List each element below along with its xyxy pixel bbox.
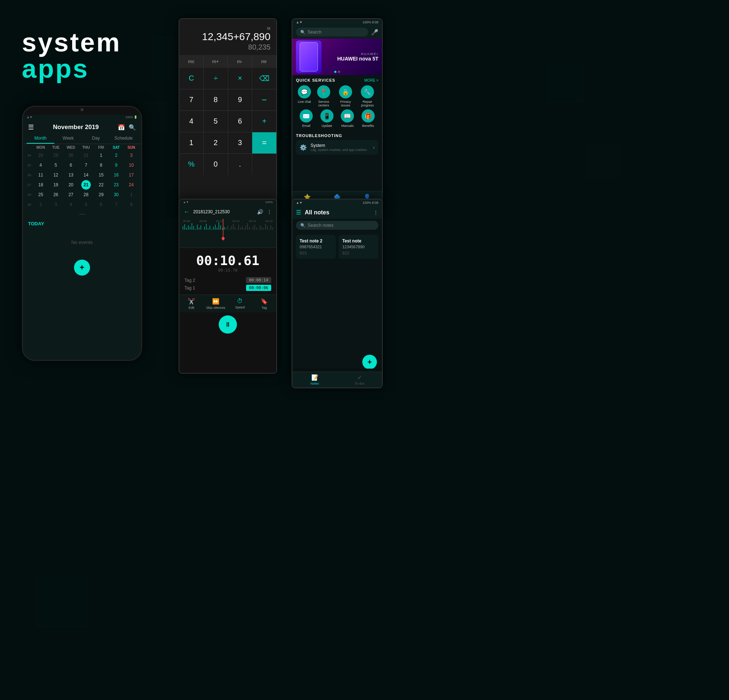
service-benefits[interactable]: 🎁 Benefits — [362, 109, 375, 128]
cal-day[interactable]: 3 — [51, 200, 61, 209]
cal-day[interactable]: 25 — [36, 190, 45, 199]
calc-1-button[interactable]: 1 — [179, 132, 203, 154]
cal-day[interactable]: 30 — [112, 190, 121, 199]
calc-3-button[interactable]: 3 — [228, 132, 252, 154]
cal-day[interactable]: 1 — [126, 190, 136, 199]
cal-day[interactable]: 4 — [36, 160, 45, 170]
calc-backspace-button[interactable]: ⌫ — [252, 68, 276, 89]
note-card-1[interactable]: Test note 2 0987654321 9/15 — [296, 235, 336, 259]
cal-day[interactable]: 27 — [66, 190, 76, 199]
cal-day[interactable]: 1 — [96, 151, 106, 160]
recorder-edit-button[interactable]: ✂️ Edit — [179, 295, 204, 312]
recorder-more-icon[interactable]: ⋮ — [267, 209, 272, 215]
cal-day[interactable]: 5 — [51, 160, 61, 170]
tab-schedule[interactable]: Schedule — [110, 134, 137, 144]
cal-day[interactable]: 6 — [96, 200, 106, 209]
calc-plus-button[interactable]: + — [252, 111, 276, 132]
calc-mc-button[interactable]: mc — [179, 55, 204, 68]
cal-day[interactable]: 5 — [81, 200, 91, 209]
cal-menu-icon[interactable]: ☰ — [28, 123, 34, 131]
calc-percent-button[interactable]: % — [179, 154, 203, 175]
service-update[interactable]: 📱 Update — [320, 109, 334, 128]
calc-mplus-button[interactable]: m+ — [204, 55, 228, 68]
cal-day[interactable]: 10 — [126, 160, 136, 170]
cal-day[interactable]: 24 — [126, 180, 136, 190]
cal-day[interactable]: 23 — [112, 180, 121, 190]
service-live-chat[interactable]: 💬 Live chat — [298, 85, 311, 107]
tab-day[interactable]: Day — [82, 134, 110, 144]
cal-day[interactable]: 6 — [66, 160, 76, 170]
cal-day[interactable]: 17 — [126, 170, 136, 180]
recorder-pause-button[interactable]: ⏸ — [219, 315, 237, 334]
note-card-2[interactable]: Test note 1234567890 8/22 — [338, 235, 378, 259]
service-repair-progress[interactable]: 🔧 Repair progress — [358, 85, 376, 107]
calc-multiply-button[interactable]: × — [228, 68, 252, 89]
cal-day[interactable]: 11 — [36, 170, 45, 180]
calc-dot-button[interactable]: . — [228, 154, 252, 175]
service-privacy-issues[interactable]: 🔒 Privacy issues — [337, 85, 355, 107]
calc-clear-button[interactable]: C — [179, 68, 203, 89]
nav-notes[interactable]: 📝 Notes — [292, 372, 337, 388]
cal-day[interactable]: 28 — [81, 190, 91, 199]
add-note-button[interactable]: + — [362, 355, 377, 369]
cal-day[interactable]: 26 — [51, 190, 61, 199]
cal-day[interactable]: 12 — [51, 170, 61, 180]
cal-day[interactable]: 13 — [66, 170, 76, 180]
cal-day[interactable]: 9 — [112, 160, 121, 170]
recorder-speed-button[interactable]: ⏱ Speed — [228, 295, 252, 312]
today-button[interactable]: TODAY — [23, 219, 141, 229]
service-manuals[interactable]: 📖 Manuals — [341, 109, 354, 128]
system-trouble-item[interactable]: ⚙️ System Lag, system crashes, and app c… — [296, 140, 378, 155]
notes-more-icon[interactable]: ⋮ — [373, 210, 378, 215]
calc-mminus-button[interactable]: m- — [228, 55, 252, 68]
cal-day[interactable]: 14 — [81, 170, 91, 180]
notes-menu-icon[interactable]: ☰ — [296, 209, 301, 216]
calc-7-button[interactable]: 7 — [179, 89, 203, 110]
cal-today-icon[interactable]: 📅 — [118, 124, 125, 131]
calc-6-button[interactable]: 6 — [228, 111, 252, 132]
calc-equals-button[interactable]: = — [252, 132, 276, 154]
calc-0-button[interactable]: 0 — [204, 154, 228, 175]
recorder-tag-button[interactable]: 🔖 Tag — [252, 295, 277, 312]
cal-search-icon[interactable]: 🔍 — [129, 124, 136, 131]
cal-day[interactable]: 31 — [81, 151, 91, 160]
cal-day[interactable]: 2 — [112, 151, 121, 160]
cal-day[interactable]: 28 — [36, 151, 45, 160]
recorder-back-button[interactable]: ← — [184, 209, 190, 215]
recorder-skip-silences-button[interactable]: ⏩ Skip silences — [204, 295, 228, 312]
calc-divide-button[interactable]: ÷ — [204, 68, 228, 89]
cal-day[interactable]: 30 — [66, 151, 76, 160]
cal-day[interactable]: 29 — [96, 190, 106, 199]
more-button[interactable]: MORE > — [364, 78, 378, 83]
calc-9-button[interactable]: 9 — [228, 89, 252, 110]
cal-day[interactable]: 7 — [112, 200, 121, 209]
cal-day[interactable]: 3 — [126, 151, 136, 160]
cal-day[interactable]: 8 — [96, 160, 106, 170]
calc-minus-button[interactable]: − — [252, 89, 276, 110]
cal-day[interactable]: 22 — [96, 180, 106, 190]
cal-day[interactable]: 16 — [112, 170, 121, 180]
nav-todos[interactable]: ✓ To-dos — [337, 372, 382, 388]
calc-8-button[interactable]: 8 — [204, 89, 228, 110]
cal-day[interactable]: 4 — [66, 200, 76, 209]
add-event-button[interactable]: + — [74, 260, 90, 276]
cal-day[interactable]: 20 — [66, 180, 76, 190]
cal-day[interactable]: 7 — [81, 160, 91, 170]
services-search-box[interactable]: 🔍 Search — [296, 28, 368, 36]
cal-day-today[interactable]: 21 — [81, 180, 91, 190]
service-service-centers[interactable]: 📍 Service centers — [315, 85, 333, 107]
calc-2-button[interactable]: 2 — [204, 132, 228, 154]
mic-icon[interactable]: 🎤 — [371, 29, 378, 36]
cal-day[interactable]: 8 — [126, 200, 136, 209]
calc-5-button[interactable]: 5 — [204, 111, 228, 132]
tab-month[interactable]: Month — [27, 134, 54, 144]
service-email[interactable]: ✉️ Email — [300, 109, 313, 128]
cal-day[interactable]: 2 — [36, 200, 45, 209]
cal-day[interactable]: 29 — [51, 151, 61, 160]
calc-mr-button[interactable]: mr — [252, 55, 277, 68]
notes-search-box[interactable]: 🔍 Search notes — [296, 221, 378, 230]
cal-day[interactable]: 19 — [51, 180, 61, 190]
calc-4-button[interactable]: 4 — [179, 111, 203, 132]
tab-week[interactable]: Week — [54, 134, 82, 144]
recorder-volume-icon[interactable]: 🔊 — [257, 209, 263, 215]
